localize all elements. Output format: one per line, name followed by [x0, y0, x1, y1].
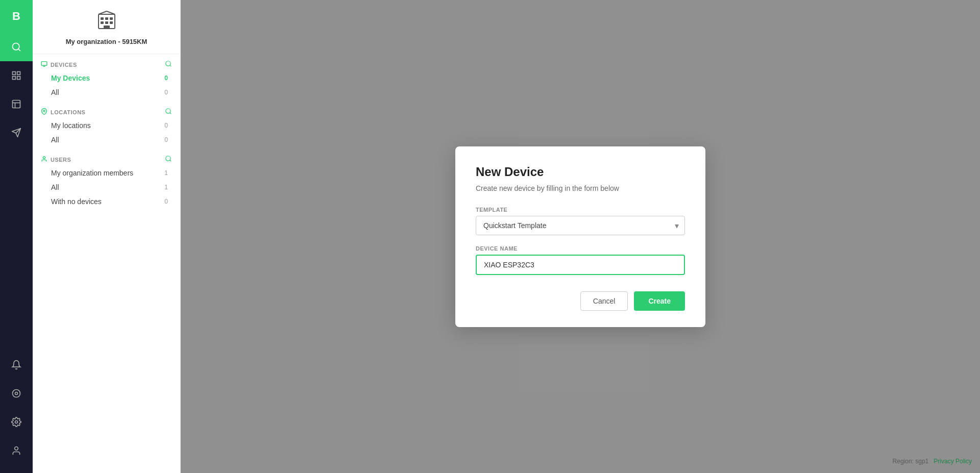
svg-rect-6: [13, 101, 20, 108]
svg-point-14: [15, 447, 18, 451]
sidebar-item-org-members[interactable]: My organization members 1: [41, 166, 172, 180]
svg-line-32: [170, 113, 172, 114]
search-icon: [11, 42, 21, 52]
users-section: USERS My organization members 1 All 1 Wi…: [33, 149, 180, 211]
svg-rect-4: [13, 77, 16, 80]
nav-user-profile[interactable]: [0, 436, 33, 465]
sidebar-item-all-locations[interactable]: All 0: [41, 133, 172, 147]
svg-rect-20: [105, 21, 108, 24]
modal-subtitle: Create new device by filling in the form…: [476, 184, 685, 192]
svg-line-29: [170, 65, 172, 67]
modal-overlay: New Device Create new device by filling …: [181, 0, 980, 473]
devices-section: DEVICES My Devices 0 All 0: [33, 54, 180, 102]
reports-icon: [11, 99, 21, 109]
svg-rect-18: [110, 17, 113, 20]
devices-section-icon: [41, 61, 47, 69]
create-button[interactable]: Create: [634, 291, 685, 311]
sidebar-item-my-locations[interactable]: My locations 0: [41, 118, 172, 133]
locations-section-icon: [41, 108, 47, 116]
locations-section: LOCATIONS My locations 0 All 0: [33, 102, 180, 149]
svg-point-13: [15, 421, 18, 424]
main-content: will be here. ces by using android Downl…: [181, 0, 980, 473]
nav-grid[interactable]: [0, 61, 33, 90]
svg-point-12: [15, 392, 18, 395]
device-name-input[interactable]: [476, 255, 685, 275]
svg-line-35: [170, 160, 172, 162]
icon-bar-bottom: [0, 351, 33, 473]
users-section-title: USERS: [41, 156, 71, 164]
locations-search-icon[interactable]: [165, 108, 172, 116]
svg-rect-17: [105, 17, 108, 20]
sidebar: My organization - 5915KM DEVICES My Devi…: [33, 0, 181, 473]
circle-settings-icon: [11, 388, 21, 399]
users-search-icon[interactable]: [165, 155, 172, 164]
svg-rect-2: [13, 72, 16, 75]
svg-rect-25: [41, 61, 47, 65]
sidebar-item-my-devices[interactable]: My Devices 0: [41, 71, 172, 85]
devices-section-header: DEVICES: [41, 60, 172, 69]
svg-rect-16: [101, 17, 104, 20]
devices-search-icon[interactable]: [165, 60, 172, 69]
locations-section-title: LOCATIONS: [41, 108, 85, 116]
nav-messages[interactable]: [0, 118, 33, 147]
svg-point-33: [43, 156, 45, 158]
sidebar-item-no-devices[interactable]: With no devices 0: [41, 194, 172, 209]
template-form-group: TEMPLATE Quickstart Template: [476, 207, 685, 235]
users-section-icon: [41, 156, 47, 164]
svg-point-28: [166, 61, 170, 66]
org-name: My organization - 5915KM: [66, 38, 148, 45]
nav-alerts[interactable]: [0, 351, 33, 379]
send-icon: [11, 128, 21, 138]
svg-rect-21: [110, 21, 113, 24]
user-icon: [11, 445, 21, 456]
users-section-header: USERS: [41, 155, 172, 164]
locations-section-header: LOCATIONS: [41, 108, 172, 116]
new-device-modal: New Device Create new device by filling …: [455, 146, 705, 327]
svg-rect-22: [104, 26, 110, 29]
app-logo[interactable]: B: [0, 0, 33, 33]
device-name-label: DEVICE NAME: [476, 245, 685, 252]
svg-point-30: [43, 110, 45, 111]
nav-gear[interactable]: [0, 408, 33, 436]
grid-icon: [11, 70, 21, 81]
svg-point-31: [166, 109, 170, 113]
svg-rect-5: [17, 77, 20, 80]
nav-search[interactable]: [0, 33, 33, 61]
modal-title: New Device: [476, 165, 685, 179]
modal-actions: Cancel Create: [476, 291, 685, 311]
icon-bar: B: [0, 0, 33, 473]
svg-rect-19: [101, 21, 104, 24]
gear-icon: [11, 417, 21, 427]
svg-point-11: [13, 390, 20, 397]
svg-line-1: [18, 49, 20, 51]
cancel-button[interactable]: Cancel: [580, 291, 628, 311]
template-label: TEMPLATE: [476, 207, 685, 213]
svg-point-34: [166, 156, 170, 161]
sidebar-item-all-devices[interactable]: All 0: [41, 85, 172, 99]
template-select-wrapper: Quickstart Template: [476, 216, 685, 235]
org-icon: [96, 10, 117, 35]
svg-rect-3: [17, 72, 20, 75]
devices-section-title: DEVICES: [41, 61, 77, 69]
nav-reports[interactable]: [0, 90, 33, 118]
org-header: My organization - 5915KM: [33, 0, 180, 54]
template-select[interactable]: Quickstart Template: [476, 216, 685, 235]
nav-circle-settings[interactable]: [0, 379, 33, 408]
alert-icon: [11, 360, 21, 370]
device-name-form-group: DEVICE NAME: [476, 245, 685, 275]
sidebar-item-all-users[interactable]: All 1: [41, 180, 172, 194]
